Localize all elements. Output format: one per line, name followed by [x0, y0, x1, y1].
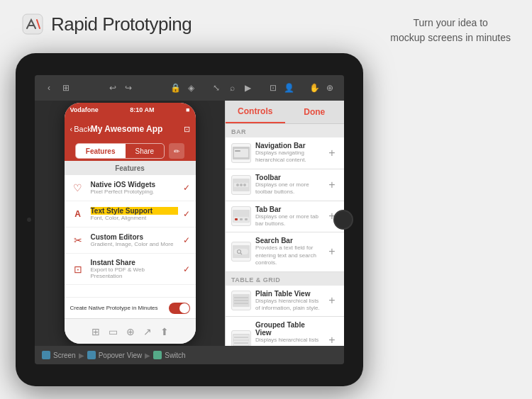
nav-bar-text: Navigation Bar Displays navigating hiera…: [255, 142, 321, 164]
feature-name-4: Instant Share: [91, 259, 178, 266]
check-icon-1: ✓: [183, 183, 190, 193]
feature-text-icon: A: [70, 206, 86, 222]
toggle-switch[interactable]: [169, 303, 190, 314]
add-toolbar-icon[interactable]: ⊕: [324, 82, 336, 94]
search-bar-panel-name: Search Bar: [255, 237, 321, 245]
feature-text-1: Native iOS Widgets Pixel Perfect Prototy…: [91, 181, 178, 195]
feature-sub-4: Export to PDF & Web Presentation: [91, 266, 178, 279]
cube-icon[interactable]: ⊡: [267, 82, 279, 94]
panel-item-plain-table[interactable]: Plain Table View Displays hierarchical l…: [226, 286, 344, 317]
grouped-table-panel-text: Grouped Table View Displays hierarchical…: [255, 321, 321, 346]
app-title: Rapid Prototyping: [51, 13, 192, 35]
back-toolbar-icon[interactable]: ‹: [43, 82, 55, 94]
tagline-line1: Turn your idea to: [414, 17, 488, 28]
svg-point-10: [243, 184, 246, 186]
nav-bar-desc: Displays navigating hierarchical content…: [255, 150, 321, 164]
feature-sub-3: Gradient, Image, Color and More: [91, 241, 178, 247]
bottom-icon-4[interactable]: ↗: [143, 326, 152, 337]
search-bar-add-icon[interactable]: +: [326, 245, 338, 258]
switch-breadcrumb-icon: [153, 351, 162, 359]
ipad-frame: ‹ ⊞ ↩ ↪ 🔒 ◈ ⤡ ⌕ ▶ ⊡ 👤 ✋ ⊕: [16, 53, 363, 386]
list-item: ✂ Custom Editors Gradient, Image, Color …: [65, 227, 196, 254]
header-tagline: Turn your idea to mockup screens in minu…: [390, 13, 511, 45]
ipad-camera: [27, 218, 31, 222]
nav-title: My Awesome App: [70, 124, 184, 134]
toolbar-panel-desc: Displays one or more toolbar buttons.: [255, 181, 321, 196]
segment-control: Features Share ✏: [65, 141, 196, 161]
carrier-text: Vodafone: [70, 106, 99, 113]
share-icon[interactable]: 👤: [283, 82, 294, 94]
feature-heart-icon: ♡: [70, 180, 86, 196]
grouped-table-add-icon[interactable]: +: [326, 334, 338, 346]
feature-text-4: Instant Share Export to PDF & Web Presen…: [91, 259, 178, 279]
toolbar-add-icon[interactable]: +: [326, 179, 338, 191]
time-text: 8:10 AM: [130, 106, 154, 113]
panel-tab-done[interactable]: Done: [285, 101, 345, 123]
feature-text-2: Text Style Support Font, Color, Alignmen…: [91, 207, 178, 221]
list-item: A Text Style Support Font, Color, Alignm…: [65, 201, 196, 227]
nav-right-icon: ⊡: [184, 125, 190, 134]
svg-rect-4: [234, 149, 248, 157]
redo-icon[interactable]: ↪: [123, 82, 134, 94]
ipad-screen: ‹ ⊞ ↩ ↪ 🔒 ◈ ⤡ ⌕ ▶ ⊡ 👤 ✋ ⊕: [35, 75, 344, 364]
edit-icon-btn[interactable]: ✏: [169, 143, 184, 159]
panel-item-grouped-table[interactable]: Grouped Table View Displays hierarchical…: [226, 317, 344, 346]
toggle-row: Create Native Prototype in Minutes: [65, 297, 196, 318]
tab-bar-panel-icon: [231, 206, 251, 226]
lock-icon[interactable]: 🔒: [170, 82, 181, 94]
battery-text: ■: [186, 106, 189, 113]
plain-table-panel-name: Plain Table View: [255, 290, 321, 298]
feature-custom-icon: ✂: [70, 232, 86, 248]
screen-breadcrumb-icon: [42, 351, 50, 359]
section-bar-label: BAR: [226, 124, 344, 137]
panel-header: Controls Done: [226, 101, 344, 124]
breadcrumb-screen: Screen: [53, 352, 76, 359]
search-bar-panel-icon: [231, 242, 251, 262]
feature-share-icon: ⊡: [70, 262, 86, 277]
header-left: Rapid Prototyping: [21, 13, 192, 35]
svg-rect-15: [245, 218, 248, 220]
segment-share[interactable]: Share: [126, 144, 165, 158]
panel-item-nav-bar[interactable]: Navigation Bar Displays navigating hiera…: [226, 137, 344, 169]
pages-icon[interactable]: ⊞: [60, 82, 72, 94]
nav-bar-icon: [231, 143, 251, 163]
bottom-icon-3[interactable]: ⊕: [126, 326, 135, 337]
toolbar-panel-icon: [231, 175, 251, 195]
panel-item-tab-bar[interactable]: Tab Bar Displays one or more tab bar but…: [226, 201, 344, 233]
toggle-label: Create Native Prototype in Minutes: [70, 305, 158, 311]
svg-rect-13: [235, 218, 238, 220]
panel-item-search-bar[interactable]: Search Bar Provides a text field for ent…: [226, 232, 344, 271]
resize-icon[interactable]: ⤡: [211, 82, 222, 94]
layers-icon[interactable]: ◈: [185, 82, 196, 94]
plain-table-add-icon[interactable]: +: [326, 294, 338, 307]
toolbar-center-group: ↩ ↪: [107, 82, 134, 94]
list-item: ⊡ Instant Share Export to PDF & Web Pres…: [65, 254, 196, 285]
bottom-icon-5[interactable]: ⬆: [160, 326, 169, 337]
logo-icon: [21, 13, 44, 35]
bottom-icon-2[interactable]: ▭: [109, 326, 118, 337]
toolbar-right-group: 🔒 ◈ ⤡ ⌕ ▶ ⊡ 👤 ✋ ⊕: [170, 82, 336, 94]
iphone-preview-area: Vodafone 8:10 AM ■ ‹ Back My Awesome App…: [35, 101, 225, 346]
feature-name-1: Native iOS Widgets: [91, 181, 178, 189]
iphone-status-bar: Vodafone 8:10 AM ■: [65, 103, 196, 117]
iphone-nav-bar: ‹ Back My Awesome App ⊡: [65, 117, 196, 141]
ipad-home-button[interactable]: [333, 210, 353, 230]
panel-tab-controls[interactable]: Controls: [226, 101, 285, 123]
feature-sub-1: Pixel Perfect Prototyping.: [91, 189, 178, 195]
popover-breadcrumb-icon: [87, 351, 96, 359]
hand-icon[interactable]: ✋: [309, 82, 320, 94]
search-bar-panel-text: Search Bar Provides a text field for ent…: [255, 237, 321, 266]
play-icon[interactable]: ▶: [242, 82, 253, 94]
segment-features[interactable]: Features: [76, 144, 126, 158]
panel-item-toolbar[interactable]: Toolbar Displays one or more toolbar but…: [226, 169, 344, 201]
search-bar-panel-desc: Provides a text field for entering text …: [255, 245, 321, 266]
bottom-icon-1[interactable]: ⊞: [92, 326, 100, 337]
search-toolbar-icon[interactable]: ⌕: [226, 82, 238, 94]
nav-bar-add-icon[interactable]: +: [326, 147, 338, 159]
feature-name-3: Custom Editors: [91, 233, 178, 241]
undo-icon[interactable]: ↩: [107, 82, 118, 94]
feature-sub-2: Font, Color, Alignment: [91, 215, 178, 221]
plain-table-panel-text: Plain Table View Displays hierarchical l…: [255, 290, 321, 313]
grouped-table-panel-desc: Displays hierarchical lists of informati…: [255, 337, 321, 346]
svg-point-9: [240, 184, 243, 186]
